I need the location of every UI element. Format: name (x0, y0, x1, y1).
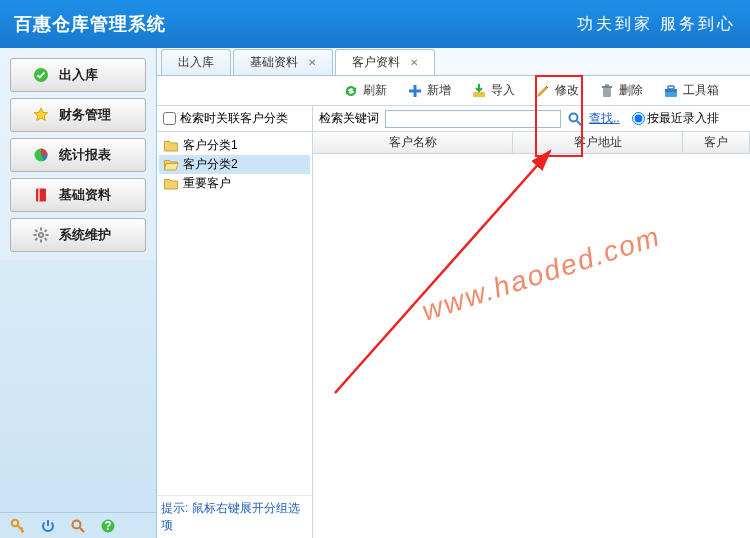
sidebar-item-inout[interactable]: 出入库 (10, 58, 146, 92)
svg-rect-3 (38, 189, 40, 202)
import-icon (471, 83, 487, 99)
app-title: 百惠仓库管理系统 (14, 12, 166, 36)
key-icon[interactable] (10, 518, 26, 534)
app-slogan: 功夫到家 服务到心 (577, 14, 736, 35)
sort-recent-radio[interactable] (632, 112, 645, 125)
sidebar-item-stats[interactable]: 统计报表 (10, 138, 146, 172)
titlebar: 百惠仓库管理系统 功夫到家 服务到心 (0, 0, 750, 48)
svg-rect-21 (603, 88, 611, 97)
sidebar-item-finance[interactable]: 财务管理 (10, 98, 146, 132)
svg-rect-20 (473, 92, 485, 97)
svg-rect-10 (44, 237, 48, 241)
refresh-button[interactable]: 刷新 (335, 79, 395, 102)
sidebar-item-label: 基础资料 (59, 186, 111, 204)
checkbox-label: 检索时关联客户分类 (180, 110, 288, 127)
svg-rect-23 (605, 84, 609, 86)
import-button[interactable]: 导入 (463, 79, 523, 102)
tab-label: 出入库 (178, 54, 214, 71)
column-header-extra[interactable]: 客户 (683, 132, 750, 153)
grid-body[interactable] (313, 154, 750, 538)
close-icon[interactable]: ✕ (308, 57, 316, 68)
toolbar-label: 删除 (619, 82, 643, 99)
search-db-icon[interactable] (70, 518, 86, 534)
grid-pane: 客户名称 客户地址 客户 (313, 132, 750, 538)
search-icon[interactable] (567, 111, 583, 127)
grid-header: 客户名称 客户地址 客户 (313, 132, 750, 154)
tabstrip: 出入库 基础资料 ✕ 客户资料 ✕ (157, 48, 750, 76)
tree-item-label: 客户分类2 (183, 156, 238, 173)
toolbar-label: 刷新 (363, 82, 387, 99)
svg-point-27 (570, 113, 578, 121)
tab-inout[interactable]: 出入库 (161, 49, 231, 75)
svg-point-15 (73, 520, 81, 528)
svg-rect-26 (668, 86, 674, 89)
work-area: 客户分类1 客户分类2 重要客户 提示: 鼠标右键展开分组选项 (157, 132, 750, 538)
keyword-label: 检索关键词 (319, 110, 379, 127)
tree-hint: 提示: 鼠标右键展开分组选项 (157, 495, 312, 538)
column-header-address[interactable]: 客户地址 (513, 132, 683, 153)
toolbar-label: 工具箱 (683, 82, 719, 99)
svg-rect-11 (44, 229, 48, 233)
sidebar-item-basicdata[interactable]: 基础资料 (10, 178, 146, 212)
search-bar: 检索时关联客户分类 检索关键词 查找.. 按最近录入排 (157, 106, 750, 132)
tab-label: 基础资料 (250, 54, 298, 71)
column-header-name[interactable]: 客户名称 (313, 132, 513, 153)
tab-label: 客户资料 (352, 54, 400, 71)
sidebar-item-label: 系统维护 (59, 226, 111, 244)
power-icon[interactable] (40, 518, 56, 534)
svg-rect-9 (35, 229, 39, 233)
toolbar-label: 修改 (555, 82, 579, 99)
tree-item[interactable]: 重要客户 (159, 174, 310, 193)
toolbox-icon (663, 83, 679, 99)
sidebar-item-label: 统计报表 (59, 146, 111, 164)
folder-icon (163, 138, 179, 154)
tree-item[interactable]: 客户分类1 (159, 136, 310, 155)
keyword-input[interactable] (385, 110, 561, 128)
star-icon (33, 107, 49, 123)
tab-basicdata[interactable]: 基础资料 ✕ (233, 49, 333, 75)
toolbar-label: 新增 (427, 82, 451, 99)
svg-rect-2 (36, 189, 46, 202)
sidebar-item-maintenance[interactable]: 系统维护 (10, 218, 146, 252)
close-icon[interactable]: ✕ (410, 57, 418, 68)
toolbar-label: 导入 (491, 82, 515, 99)
tab-customers[interactable]: 客户资料 ✕ (335, 49, 435, 75)
toolbar: 刷新 新增 导入 修改 删除 工具箱 (157, 76, 750, 106)
sidebar-item-label: 出入库 (59, 66, 98, 84)
svg-point-14 (12, 519, 19, 526)
tree-item[interactable]: 客户分类2 (159, 155, 310, 174)
edit-icon (535, 83, 551, 99)
svg-rect-12 (35, 237, 39, 241)
assoc-category-checkbox[interactable] (163, 112, 176, 125)
toolbox-button[interactable]: 工具箱 (655, 79, 727, 102)
pie-chart-icon (33, 147, 49, 163)
help-icon[interactable]: ? (100, 518, 116, 534)
add-button[interactable]: 新增 (399, 79, 459, 102)
category-tree-pane: 客户分类1 客户分类2 重要客户 提示: 鼠标右键展开分组选项 (157, 132, 313, 538)
main-area: 出入库 财务管理 统计报表 基础资料 (0, 48, 750, 538)
tree-item-label: 客户分类1 (183, 137, 238, 154)
gear-icon (33, 227, 49, 243)
find-link[interactable]: 查找.. (589, 110, 620, 127)
svg-rect-6 (40, 240, 42, 243)
svg-point-13 (40, 234, 43, 237)
sidebar-item-label: 财务管理 (59, 106, 111, 124)
plus-icon (407, 83, 423, 99)
svg-rect-7 (34, 234, 37, 236)
content-area: 出入库 基础资料 ✕ 客户资料 ✕ 刷新 新增 导入 (157, 48, 750, 538)
svg-text:?: ? (104, 519, 111, 533)
sidebar-bottom-toolbar: ? (0, 512, 156, 538)
sidebar: 出入库 财务管理 统计报表 基础资料 (0, 48, 157, 538)
folder-open-icon (163, 157, 179, 173)
delete-button[interactable]: 删除 (591, 79, 651, 102)
category-tree: 客户分类1 客户分类2 重要客户 (157, 132, 312, 495)
trash-icon (599, 83, 615, 99)
tree-item-label: 重要客户 (183, 175, 231, 192)
svg-rect-5 (40, 228, 42, 231)
svg-rect-19 (409, 89, 421, 92)
book-icon (33, 187, 49, 203)
edit-button[interactable]: 修改 (527, 79, 587, 102)
refresh-icon (343, 83, 359, 99)
svg-rect-8 (46, 234, 49, 236)
check-circle-icon (33, 67, 49, 83)
